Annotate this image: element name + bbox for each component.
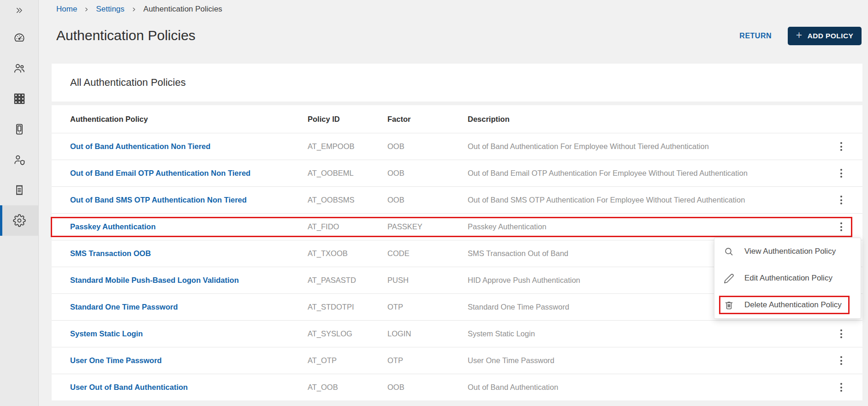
page-title: Authentication Policies <box>56 28 196 43</box>
row-actions-kebab-icon[interactable] <box>837 381 846 394</box>
sidebar-item-reports[interactable] <box>0 175 38 205</box>
policy-description-value: Out of Band SMS OTP Authentication For E… <box>468 196 820 204</box>
plus-icon: + <box>796 30 803 41</box>
policy-description-value: System Static Login <box>468 329 820 338</box>
policy-factor-value: OTP <box>387 303 468 311</box>
search-icon <box>724 246 734 257</box>
row-actions-cell <box>820 374 862 400</box>
add-policy-button[interactable]: + ADD POLICY <box>788 27 862 45</box>
sidebar-item-dashboard[interactable] <box>0 23 38 53</box>
breadcrumb-home[interactable]: Home <box>56 5 77 14</box>
policy-id-value: AT_TXOOB <box>308 249 387 258</box>
policy-factor-value: OOB <box>387 196 468 204</box>
row-actions-cell <box>820 187 862 213</box>
menu-item-edit-policy[interactable]: Edit Authentication Policy <box>714 265 861 292</box>
breadcrumb-current-page: Authentication Policies <box>143 5 222 14</box>
policy-factor-value: OOB <box>387 142 468 151</box>
sidebar-item-users[interactable] <box>0 53 38 84</box>
chevron-right-icon <box>131 7 137 12</box>
policy-id-value: AT_FIDO <box>308 222 387 231</box>
chevron-right-icon <box>84 7 89 12</box>
policy-description-value: Out of Band Authentication For Employee … <box>468 142 820 151</box>
sidebar-item-user-security[interactable] <box>0 144 38 175</box>
col-header-authentication-policy: Authentication Policy <box>70 115 308 124</box>
menu-item-label: Delete Authentication Policy <box>744 300 842 310</box>
sidebar-item-applications[interactable] <box>0 84 38 114</box>
table-row: User Out of Band Authentication AT_OOB O… <box>52 374 862 400</box>
mobile-device-icon <box>13 123 26 136</box>
policy-id-value: AT_OOB <box>308 383 387 392</box>
add-policy-label: ADD POLICY <box>808 32 854 40</box>
grid-apps-icon <box>13 92 26 105</box>
policy-name-link[interactable]: Out of Band Email OTP Authentication Non… <box>70 169 308 178</box>
policy-factor-value: PASSKEY <box>387 222 468 231</box>
dashboard-icon <box>13 31 26 44</box>
policy-factor-value: PUSH <box>387 276 468 285</box>
edit-pencil-icon <box>724 273 734 284</box>
policy-name-link[interactable]: SMS Transaction OOB <box>70 249 308 258</box>
table-row: Out of Band SMS OTP Authentication Non T… <box>52 186 862 213</box>
table-row: System Static Login AT_SYSLOG LOGIN Syst… <box>52 320 862 347</box>
policy-id-value: AT_OTP <box>308 356 387 365</box>
menu-item-label: Edit Authentication Policy <box>744 274 832 283</box>
page-actions: RETURN + ADD POLICY <box>739 27 862 45</box>
table-row: Out of Band Email OTP Authentication Non… <box>52 160 862 186</box>
user-shield-icon <box>13 153 26 166</box>
breadcrumb-settings[interactable]: Settings <box>96 5 124 14</box>
policy-name-link[interactable]: User One Time Password <box>70 356 308 365</box>
policy-name-link[interactable]: System Static Login <box>70 329 308 338</box>
breadcrumb: Home Settings Authentication Policies <box>56 5 222 14</box>
receipt-report-icon <box>13 184 26 197</box>
double-chevron-right-icon <box>15 6 24 15</box>
policy-factor-value: OTP <box>387 356 468 365</box>
card-header: All Authentication Policies <box>52 64 862 102</box>
sidebar-item-devices[interactable] <box>0 114 38 144</box>
policy-name-link[interactable]: Passkey Authentication <box>70 222 308 231</box>
policy-description-value: Passkey Authentication <box>468 222 820 231</box>
policy-id-value: AT_PASASTD <box>308 276 387 285</box>
row-actions-kebab-icon[interactable] <box>837 327 846 340</box>
table-row: User One Time Password AT_OTP OTP User O… <box>52 347 862 374</box>
col-header-factor: Factor <box>387 115 468 124</box>
col-header-actions <box>820 105 862 133</box>
row-actions-kebab-icon[interactable] <box>837 220 846 233</box>
trash-icon <box>724 300 734 310</box>
row-actions-menu: View Authentication Policy Edit Authenti… <box>714 238 861 319</box>
table-header-row: Authentication Policy Policy ID Factor D… <box>52 105 862 133</box>
policy-id-value: AT_EMPOOB <box>308 142 387 151</box>
policy-factor-value: OOB <box>387 383 468 392</box>
policy-id-value: AT_STDOTPI <box>308 303 387 311</box>
policy-factor-value: OOB <box>387 169 468 178</box>
sidebar-collapse-button[interactable] <box>0 0 38 20</box>
policy-factor-value: CODE <box>387 249 468 258</box>
policy-description-value: Out of Band Email OTP Authentication For… <box>468 169 820 178</box>
col-header-policy-id: Policy ID <box>308 115 387 124</box>
table-row: Out of Band Authentication Non Tiered AT… <box>52 133 862 160</box>
row-actions-cell <box>820 321 862 347</box>
policy-id-value: AT_SYSLOG <box>308 329 387 338</box>
menu-item-label: View Authentication Policy <box>744 247 836 256</box>
users-icon <box>13 62 26 75</box>
policy-id-value: AT_OOBEML <box>308 169 387 178</box>
policy-name-link[interactable]: Standard One Time Password <box>70 303 308 311</box>
row-actions-cell <box>820 133 862 160</box>
policy-factor-value: LOGIN <box>387 329 468 338</box>
policy-name-link[interactable]: Out of Band SMS OTP Authentication Non T… <box>70 196 308 204</box>
row-actions-cell <box>820 160 862 186</box>
policy-name-link[interactable]: Out of Band Authentication Non Tiered <box>70 142 308 151</box>
row-actions-kebab-icon[interactable] <box>837 167 846 180</box>
policy-name-link[interactable]: Standard Mobile Push-Based Logon Validat… <box>70 276 308 285</box>
row-actions-kebab-icon[interactable] <box>837 354 846 367</box>
row-actions-cell <box>820 214 862 240</box>
row-actions-kebab-icon[interactable] <box>837 140 846 153</box>
policy-name-link[interactable]: User Out of Band Authentication <box>70 383 308 392</box>
table-row: Passkey Authentication AT_FIDO PASSKEY P… <box>52 213 862 240</box>
row-actions-cell <box>820 347 862 374</box>
settings-gear-icon <box>13 214 26 227</box>
sidebar-item-settings[interactable] <box>0 205 38 236</box>
return-button[interactable]: RETURN <box>739 32 772 40</box>
row-actions-kebab-icon[interactable] <box>837 193 846 207</box>
menu-item-view-policy[interactable]: View Authentication Policy <box>714 238 861 265</box>
menu-item-delete-policy[interactable]: Delete Authentication Policy <box>714 292 861 318</box>
policy-description-value: User One Time Password <box>468 356 820 365</box>
